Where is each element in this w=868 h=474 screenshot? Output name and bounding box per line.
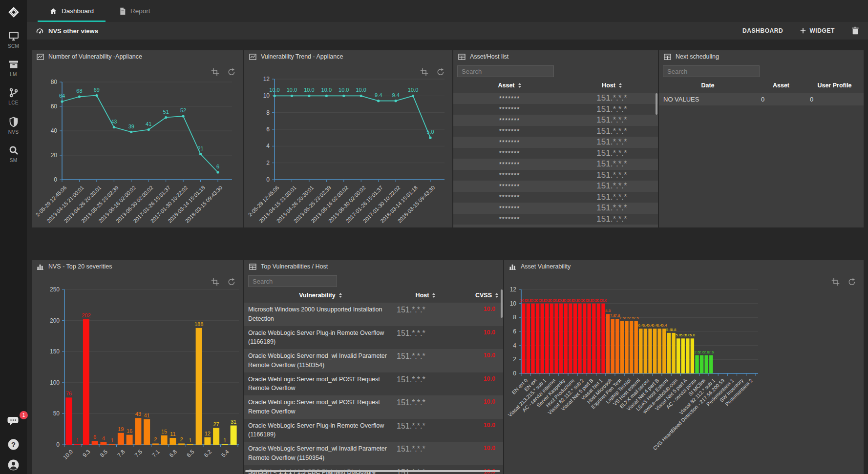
tab-report[interactable]: Report [106, 0, 163, 22]
horizontal-scrollbar[interactable] [245, 470, 500, 472]
vulnerability-table-body: Microsoft Windows 2000 Unsupported Insta… [244, 303, 503, 474]
table-row[interactable]: *******151.*.*.* [453, 115, 658, 126]
table-row[interactable]: *******151.*.*.* [453, 93, 658, 104]
svg-text:5.0: 5.0 [426, 129, 434, 135]
svg-text:80: 80 [51, 79, 58, 85]
refresh-icon[interactable] [227, 278, 235, 286]
crop-icon[interactable] [211, 68, 219, 76]
crop-icon[interactable] [420, 68, 428, 76]
table-row[interactable]: Oracle WebLogic Server mod_wl POST Reque… [244, 395, 503, 419]
svg-text:200: 200 [50, 317, 60, 324]
dashboard-button[interactable]: DASHBOARD [742, 27, 783, 34]
table-row[interactable]: Microsoft Windows 2000 Unsupported Insta… [244, 303, 503, 326]
asset-search-input[interactable] [457, 65, 554, 77]
vertical-scrollbar[interactable] [501, 289, 503, 318]
help-button[interactable]: ? [0, 438, 27, 451]
vulnerability-search-input[interactable] [248, 275, 337, 287]
table-row[interactable]: *******151.*.*.* [453, 214, 658, 225]
asset-vuln-chart-canvas[interactable]: 02468101210.010.010.010.010.010.010.010.… [504, 273, 864, 474]
sort-host-button[interactable] [619, 83, 622, 88]
svg-text:10: 10 [263, 92, 270, 99]
refresh-icon[interactable] [436, 68, 445, 76]
asset-cell: ******* [453, 105, 566, 113]
table-row[interactable]: *******151.*.*.* [453, 126, 658, 137]
tab-dashboard[interactable]: Dashboard [37, 0, 106, 22]
svg-text:188: 188 [194, 321, 203, 327]
chat-button[interactable]: 1 [0, 415, 27, 429]
app-window: SCM LM LCE NVS SM [0, 0, 868, 474]
widget-title: NVS - Top 20 severities [48, 263, 112, 270]
vuln-count-chart-canvas[interactable]: 0204060802-05-29 12:45:062013-04-15 21:0… [32, 63, 243, 227]
user-profile-button[interactable] [0, 459, 27, 471]
table-row[interactable]: Oracle WebLogic Server mod_wl Invalid Pa… [244, 442, 503, 465]
table-icon [458, 54, 466, 60]
sidebar-item-sm[interactable]: SM [0, 144, 27, 163]
sort-cvss-button[interactable] [495, 293, 498, 298]
svg-text:6: 6 [216, 164, 219, 169]
refresh-icon[interactable] [227, 68, 235, 76]
table-row[interactable]: *******151.*.*.* [453, 148, 658, 159]
chat-badge: 1 [20, 411, 28, 419]
add-widget-button[interactable]: WIDGET [800, 27, 835, 34]
sort-vulnerability-button[interactable] [339, 293, 342, 298]
table-row[interactable]: Oracle WebLogic Server Plug-in Remote Ov… [244, 326, 503, 350]
svg-text:5.8: 5.8 [671, 328, 677, 332]
trash-icon[interactable] [851, 26, 859, 35]
table-row[interactable]: *******151.*.*.* [453, 192, 658, 203]
severities-chart-canvas[interactable]: 0501001502002507612026411916434121511211… [32, 273, 243, 474]
crop-icon[interactable] [211, 278, 219, 286]
gauge-icon [36, 27, 44, 35]
table-row[interactable]: Oracle WebLogic Server mod_wl Invalid Pa… [244, 349, 503, 372]
sidebar-item-scm[interactable]: SCM [0, 30, 27, 49]
sidebar-item-lm[interactable]: LM [0, 59, 27, 77]
table-row[interactable]: Oracle WebLogic Server mod_wl POST Reque… [244, 372, 503, 396]
scheduling-search-input[interactable] [663, 65, 760, 77]
host-cell: 151.*.*.* [397, 444, 454, 453]
host-cell: 210.174.115.17 [566, 227, 658, 227]
table-row[interactable]: *******151.*.*.* [453, 170, 658, 181]
svg-text:27: 27 [213, 421, 219, 427]
host-cell: 151.*.*.* [566, 148, 658, 158]
table-row[interactable]: AC - CDE di ...210.174.115.17 [453, 225, 658, 227]
vuln-trend-chart-canvas[interactable]: 0246810122-05-29 12:45:062013-04-15 21:0… [244, 63, 452, 227]
svg-text:10.0: 10.0 [287, 87, 297, 93]
column-header-cvss: CVSS [475, 292, 492, 299]
table-row[interactable]: *******151.*.*.* [453, 159, 658, 170]
svg-text:4: 4 [102, 435, 105, 441]
table-row[interactable]: *******151.*.*.* [453, 137, 658, 148]
asset-cell: ******* [453, 171, 566, 179]
widget-top-vulnerabilities: Top Vulnerabilities / Host Vulnerability… [244, 260, 503, 474]
vertical-scrollbar[interactable] [656, 93, 657, 115]
table-row[interactable]: Oracle WebLogic Server Plug-in Remote Ov… [244, 419, 503, 442]
chart-actions [831, 278, 856, 286]
app-logo-icon[interactable] [0, 6, 27, 19]
svg-text:12: 12 [205, 431, 211, 436]
bar-chart-icon [509, 264, 516, 270]
svg-text:10.0: 10.0 [356, 87, 366, 93]
crop-icon[interactable] [831, 278, 840, 286]
sidebar-item-nvs[interactable]: NVS [0, 116, 27, 135]
sidebar-item-label: SCM [8, 43, 19, 49]
table-row[interactable]: SunSSH < 1.1.1 / 1.3 CBC Plaintext Discl… [244, 465, 503, 474]
svg-text:8: 8 [266, 109, 270, 116]
sort-asset-button[interactable] [518, 83, 521, 88]
host-cell: 151.*.*.* [566, 159, 658, 169]
table-row[interactable]: NO VALUES 0 0 [659, 93, 864, 105]
column-header-vulnerability: Vulnerability [299, 292, 336, 299]
svg-text:10.0: 10.0 [599, 298, 607, 303]
refresh-icon[interactable] [847, 278, 856, 286]
table-row[interactable]: *******151.*.*.* [453, 203, 658, 214]
asset-cell: ******* [453, 161, 566, 168]
table-row[interactable]: *******151.*.*.* [453, 181, 658, 192]
vulnerability-cell: Oracle WebLogic Server mod_wl Invalid Pa… [244, 444, 397, 463]
sort-host-button[interactable] [432, 293, 435, 298]
table-row[interactable]: *******151.*.*.* [453, 104, 658, 115]
host-cell: 151.*.*.* [397, 328, 454, 338]
svg-text:250: 250 [50, 286, 60, 293]
svg-text:7.8: 7.8 [116, 449, 126, 458]
host-cell: 151.*.*.* [397, 374, 454, 384]
widget-top-severities: NVS - Top 20 severities 0501001502002507… [32, 260, 243, 474]
widget-header: Top Vulnerabilities / Host [244, 260, 503, 273]
sidebar-item-lce[interactable]: LCE [0, 87, 27, 105]
svg-text:60: 60 [51, 103, 58, 110]
